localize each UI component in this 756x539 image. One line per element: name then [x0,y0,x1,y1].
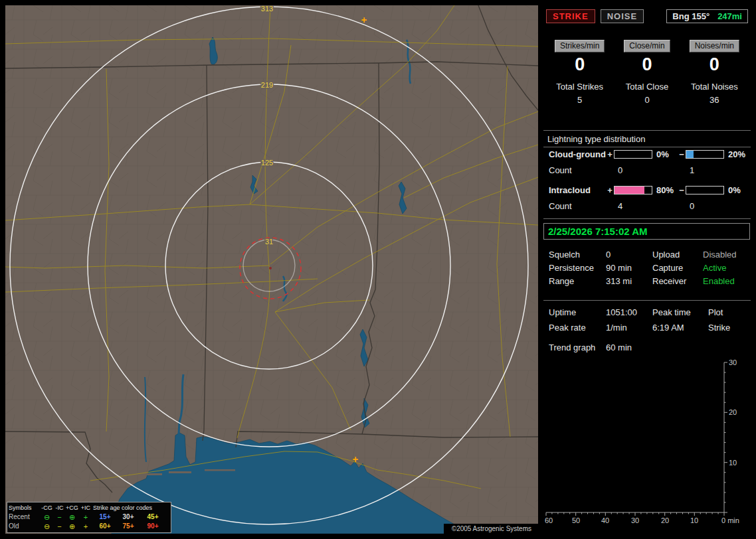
squelch-value: 0 [606,250,652,260]
legend-col-pic: +IC [78,504,93,512]
trend-graph-row: Trend graph 60 min [549,343,748,352]
trend-graph-window: 60 min [606,343,672,352]
age-90-label: 90+ [140,522,166,530]
squelch-label: Squelch [549,250,606,260]
divider [543,130,751,131]
legend-row-recent-label: Recent [9,513,41,521]
plot-label: Plot [708,307,747,317]
age-60-label: 60+ [93,522,117,530]
x-tick-60: 60 [545,516,553,524]
total-strikes-value: 5 [577,95,582,105]
ring-label-125: 125 [261,159,273,167]
noise-indicator[interactable]: NOISE [601,9,644,23]
age-15-label: 15+ [93,513,117,521]
cloud-ground-row: Cloud-ground + 0% − 20% [549,149,748,159]
distribution-title: Lightning type distribution [547,134,645,144]
legend-symbols-title: Symbols [9,504,41,512]
plus-sign: + [606,185,614,195]
legend-col-pcg: +CG [66,504,78,512]
strikes-per-min-value: 0 [575,54,585,75]
cloud-ground-label: Cloud-ground [549,149,606,159]
minus-sign: − [678,149,686,159]
pos-cg-icon: ⊕ [66,513,78,521]
x-tick-10: 10 [690,516,698,524]
strikes-per-min-label: Strikes/min [555,40,605,52]
ic-negative-bar [686,186,724,194]
datetime: 2/25/2026 7:15:02 AM [548,226,648,237]
range-label: Range [549,276,606,286]
divider [543,218,751,219]
close-per-min-label: Close/min [624,40,670,52]
neg-ic-icon: − [53,522,66,530]
upload-label: Upload [652,250,703,260]
legend-col-ncg: -CG [41,504,53,512]
cg-positive-pct: 0% [654,149,678,159]
cg-positive-count: 0 [614,165,654,175]
y-tick-10: 10 [729,459,737,467]
noises-per-min-value: 0 [709,54,719,75]
close-per-min-value: 0 [642,54,652,75]
ic-positive-bar [614,186,652,194]
count-label: Count [549,201,606,211]
ring-label-31: 31 [265,238,273,246]
lightning-map[interactable]: 313 219 125 31 ++ Symbols -CG -IC +CG +I… [5,5,538,534]
intracloud-row: Intracloud + 80% − 0% [549,185,748,195]
noises-counter: Noises/min 0 Total Noises 36 [681,40,748,105]
strike-marker: + [353,454,358,465]
divider [543,147,751,147]
upload-status: Disabled [703,250,747,260]
divider [543,300,751,301]
x-tick-30: 30 [631,516,639,524]
legend-row-old-label: Old [9,522,41,530]
y-tick-20: 20 [729,408,737,416]
age-30-label: 30+ [117,513,140,521]
pos-ic-icon: + [78,513,93,521]
sensor-location-dot [269,267,272,270]
noises-per-min-label: Noises/min [690,40,739,52]
settings-row: Squelch 0 Upload Disabled [549,250,748,260]
session-row: Peak rate 1/min 6:19 AM Strike [549,323,748,333]
total-noises-label: Total Noises [691,82,738,92]
cg-negative-pct: 20% [725,149,747,159]
ic-negative-pct: 0% [725,185,747,195]
x-tick-0-min: 0 min [721,516,739,524]
range-value: 313 mi [606,276,652,286]
receiver-label: Receiver [652,276,703,286]
uptime-label: Uptime [549,307,606,317]
intracloud-count-row: Count 4 0 [549,201,748,211]
copyright: ©2005 Astrogenic Systems [444,524,538,534]
close-counter: Close/min 0 Total Close 0 [613,40,680,105]
peak-time-value: 6:19 AM [652,323,708,333]
neg-cg-icon: ⊖ [41,522,53,530]
trend-axes [546,362,724,512]
trend-ticks [546,362,727,516]
capture-label: Capture [652,263,703,273]
trend-graph-label: Trend graph [549,343,606,352]
uptime-value: 1051:00 [606,307,652,317]
age-75-label: 75+ [117,522,140,530]
pos-ic-icon: + [78,522,93,530]
persistence-value: 90 min [606,263,652,273]
total-close-label: Total Close [626,82,668,92]
capture-status: Active [703,263,747,273]
count-label: Count [549,165,606,175]
x-tick-40: 40 [601,516,609,524]
pos-cg-icon: ⊕ [66,522,78,530]
persistence-label: Persistence [549,263,606,273]
settings-row: Persistence 90 min Capture Active [549,263,748,273]
session-row: Uptime 1051:00 Peak time Plot [549,307,748,317]
neg-ic-icon: − [53,513,66,521]
x-tick-20: 20 [661,516,669,524]
indicator-row: STRIKE NOISE Bng 155° 247mi [546,9,748,23]
strike-indicator[interactable]: STRIKE [546,9,595,23]
legend-ages-title: Strike age color codes [93,504,166,512]
peak-rate-value: 1/min [606,323,652,333]
neg-cg-icon: ⊖ [41,513,53,521]
plot-type-value[interactable]: Strike [708,323,747,333]
plus-sign: + [606,149,614,159]
strikes-counter: Strikes/min 0 Total Strikes 5 [546,40,613,105]
rate-counters: Strikes/min 0 Total Strikes 5 Close/min … [546,40,748,105]
ring-label-313: 313 [261,5,273,13]
strike-marker: + [361,15,367,25]
intracloud-label: Intracloud [549,185,606,195]
